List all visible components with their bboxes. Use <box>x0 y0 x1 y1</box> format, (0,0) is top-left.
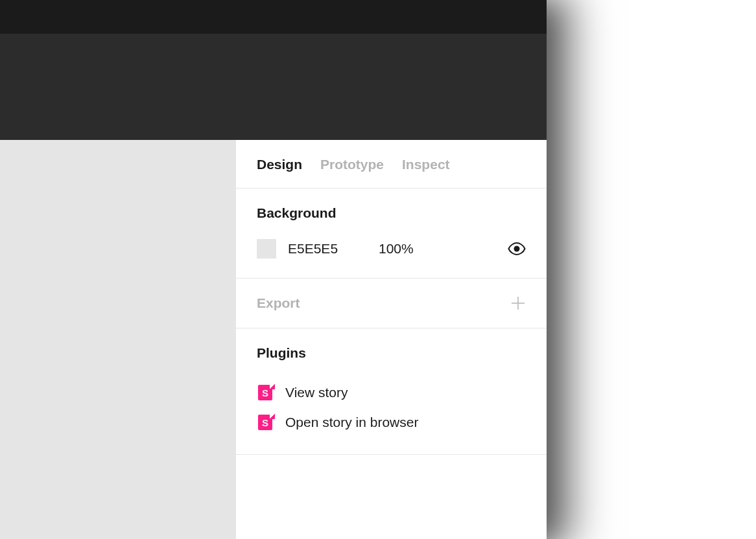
background-row: E5E5E5 100% <box>257 239 526 258</box>
properties-panel: Design Prototype Inspect Background E5E5… <box>235 140 547 539</box>
storybook-icon: S <box>257 414 274 431</box>
plugin-item-view-story[interactable]: S View story <box>257 378 526 407</box>
plugins-section: Plugins S View story S Open story in bro… <box>236 328 547 455</box>
background-title: Background <box>257 205 526 221</box>
storybook-icon: S <box>257 384 274 401</box>
plugin-label: View story <box>285 385 348 400</box>
canvas[interactable] <box>0 140 235 539</box>
tab-prototype[interactable]: Prototype <box>320 157 384 172</box>
plugin-label: Open story in browser <box>285 415 418 430</box>
tab-design[interactable]: Design <box>257 157 302 172</box>
add-export-icon[interactable] <box>510 295 526 311</box>
svg-point-0 <box>514 246 520 252</box>
plugins-title: Plugins <box>257 345 526 361</box>
background-section: Background E5E5E5 100% <box>236 189 547 279</box>
export-section[interactable]: Export <box>236 279 547 328</box>
export-label: Export <box>257 295 300 311</box>
toolbar <box>0 34 547 140</box>
background-hex-value[interactable]: E5E5E5 <box>288 241 379 257</box>
app-window: Design Prototype Inspect Background E5E5… <box>0 0 547 539</box>
tab-inspect[interactable]: Inspect <box>402 157 450 172</box>
visibility-toggle-icon[interactable] <box>508 242 526 256</box>
content-area: Design Prototype Inspect Background E5E5… <box>0 140 547 539</box>
background-opacity-value[interactable]: 100% <box>379 241 508 257</box>
titlebar <box>0 0 547 34</box>
plugin-item-open-story-browser[interactable]: S Open story in browser <box>257 407 526 437</box>
background-swatch[interactable] <box>257 239 276 258</box>
panel-tabs: Design Prototype Inspect <box>236 140 547 189</box>
